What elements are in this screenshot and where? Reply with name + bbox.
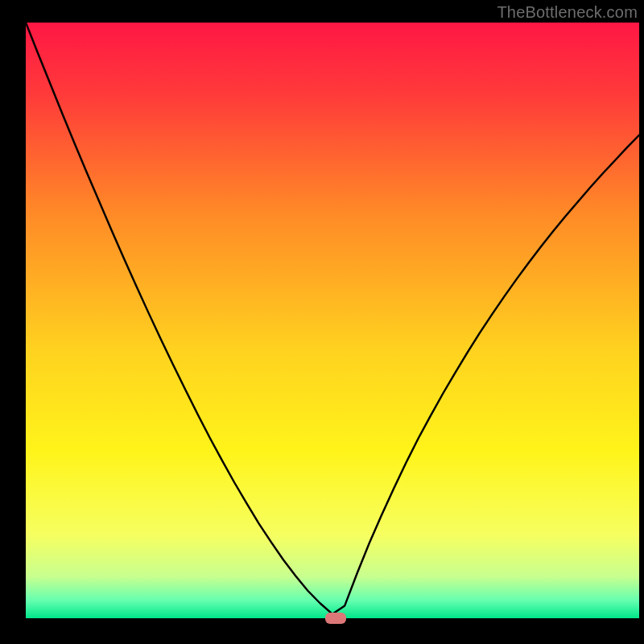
chart-title: TheBottleneck.com — [497, 3, 638, 22]
bottleneck-curve — [26, 23, 639, 614]
curve-layer — [26, 23, 639, 618]
bottleneck-chart: TheBottleneck.com — [0, 0, 644, 644]
plot-area — [26, 23, 639, 618]
optimal-point-marker — [325, 613, 346, 624]
